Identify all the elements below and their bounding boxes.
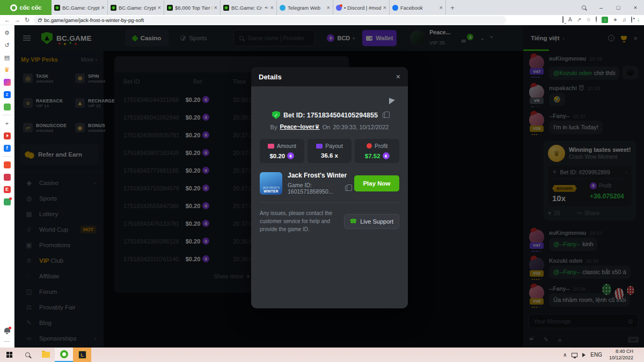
sidebar-menu-item[interactable]: ▣ Promotions — [14, 237, 104, 253]
copy-icon[interactable] — [345, 186, 349, 191]
chat-rules-info-icon[interactable] — [608, 35, 614, 41]
vip-perk-card[interactable]: ◉ BONUSunlocked — [72, 116, 118, 139]
currency-selector[interactable]: BCD ▾ — [327, 34, 355, 42]
taskbar-search-icon[interactable] — [18, 348, 36, 362]
game-thumbnail[interactable]: JACK FROST'S WINTER — [260, 172, 282, 195]
chat-username[interactable]: ʀᴜKingmenʀᴜ — [549, 230, 586, 236]
gif-icon[interactable]: GIF — [628, 337, 639, 343]
extensions-icon[interactable]: ∗ — [613, 17, 617, 23]
share-forward-icon[interactable] — [389, 97, 398, 105]
like-heart-icon[interactable]: ♥ — [548, 210, 551, 216]
back-button[interactable]: ← — [4, 17, 10, 23]
green-app-icon[interactable] — [3, 197, 11, 206]
browser-tab[interactable]: Telegram Web × — [277, 0, 333, 15]
chat-message-input[interactable] — [533, 318, 627, 324]
vip-perk-card[interactable]: ▲ RECHARGEVIP 22 — [72, 92, 118, 114]
tray-expand-icon[interactable]: ∧ — [563, 352, 567, 358]
nav-casino[interactable]: Casino — [125, 29, 169, 47]
modal-close-icon[interactable]: × — [396, 72, 400, 81]
chat-username[interactable]: --Fany-- — [549, 285, 570, 292]
search-input[interactable] — [247, 35, 306, 41]
url-field[interactable]: bc.game/game/jack-frost-s-winter-by-pg-s… — [34, 16, 506, 24]
taskbar-league-icon[interactable]: L — [73, 348, 91, 362]
tab-close-icon[interactable]: × — [101, 4, 105, 11]
sidebar-menu-item[interactable]: ✎ Blog — [14, 315, 104, 330]
copy-icon[interactable] — [383, 113, 387, 118]
facebook-icon[interactable]: f — [3, 144, 11, 152]
sidebar-menu-item[interactable]: ∞ Sponsorships › — [14, 330, 104, 346]
bookmark-star-icon[interactable]: ☆ — [586, 17, 591, 23]
network-icon[interactable] — [572, 353, 577, 357]
play-now-button[interactable]: Play Now — [354, 175, 399, 191]
feed-icon[interactable]: ▤ — [3, 53, 11, 62]
taskbar-coccoc-icon[interactable] — [55, 348, 73, 362]
mention[interactable]: @--Fany-- — [553, 241, 580, 247]
contest-trophy-icon[interactable] — [621, 36, 627, 40]
volume-icon[interactable] — [582, 353, 586, 357]
chevron-right-icon[interactable]: › — [562, 35, 564, 41]
browser-tab[interactable]: BC.Game: Crypto Casino × — [52, 0, 108, 15]
vip-perk-card[interactable]: ▱ BONUSCODEunlocked — [20, 116, 70, 139]
win-share-card[interactable]: ♛ Winning tastes sweet! Crash Wow Moment… — [544, 141, 636, 220]
coinflip-icon[interactable]: ¤ — [558, 337, 561, 343]
tab-close-icon[interactable]: × — [270, 4, 274, 11]
youtube-icon[interactable] — [3, 131, 11, 140]
rain-icon[interactable]: ☔ — [529, 336, 534, 343]
sidebar-menu-item[interactable]: ◫ Forum — [14, 284, 104, 299]
translate-icon[interactable]: A — [568, 17, 572, 23]
bet-username[interactable]: Peace~lover♛ — [280, 123, 319, 130]
refresh-button[interactable]: ↻ — [25, 17, 30, 23]
add-shortcut-icon[interactable]: + — [3, 119, 11, 128]
refer-and-earn[interactable]: Refer and Earn — [20, 144, 98, 165]
share-label[interactable]: Share — [584, 210, 599, 216]
win-card-bet-row[interactable]: ✈ Bet ID: #209952899 › — [552, 169, 627, 179]
tab-close-icon[interactable]: × — [440, 4, 443, 11]
chat-close-icon[interactable]: × — [633, 35, 638, 42]
file-explorer-icon[interactable] — [36, 348, 55, 362]
vip-perk-card[interactable]: ☸ SPINunlocked — [72, 67, 118, 90]
games-icon[interactable] — [3, 102, 11, 111]
app-shortcut-icon[interactable] — [3, 173, 11, 181]
bcgame-logo[interactable]: BC.GAME — [41, 32, 92, 45]
more-icon[interactable]: ⋯ — [3, 337, 11, 345]
media-icon[interactable]: ♫ — [623, 17, 627, 23]
user-avatar[interactable] — [409, 30, 426, 46]
sidebar-menu-item[interactable]: ♕ World Cup HOT — [14, 221, 104, 237]
e-app-icon[interactable]: E — [3, 185, 11, 194]
settings-gear-icon[interactable]: ⚙ — [3, 28, 11, 37]
downloads-icon[interactable]: ↓ — [637, 17, 640, 23]
rules-pencil-icon[interactable]: ✎ — [544, 336, 548, 343]
sidebar-menu-item[interactable]: ▦ Lottery — [14, 206, 104, 221]
notifications-bell-icon[interactable] — [3, 326, 11, 334]
bets-tab[interactable] — [125, 56, 176, 72]
shopee-icon[interactable] — [3, 160, 11, 169]
share-arrow-icon[interactable]: ↪ — [577, 210, 582, 216]
maximize-button[interactable]: □ — [610, 0, 627, 15]
bets-tab[interactable] — [176, 56, 227, 72]
wallet-button[interactable]: Wallet — [362, 30, 397, 46]
tab-search-icon[interactable] — [575, 0, 592, 15]
privacy-shield-icon[interactable] — [596, 17, 597, 23]
chat-username[interactable]: ʀᴜKingmenʀᴜ — [549, 55, 586, 62]
lock-icon[interactable] — [38, 19, 41, 22]
messenger-icon[interactable] — [3, 78, 11, 86]
chat-username[interactable]: --Fany-- — [549, 113, 570, 119]
emoji-smile-icon[interactable]: ☺ — [627, 317, 634, 325]
new-tab-button[interactable]: + — [446, 0, 459, 15]
close-window-button[interactable]: × — [627, 0, 644, 15]
language-indicator[interactable]: ENG — [590, 352, 602, 358]
browser-brand[interactable]: cốc cốc — [0, 0, 52, 15]
clock[interactable]: 8:40 CH 10/12/2022 — [607, 349, 633, 361]
tab-close-icon[interactable]: × — [383, 4, 386, 11]
tab-close-icon[interactable]: × — [327, 4, 330, 11]
chat-username[interactable]: nupakachi 😈 — [549, 85, 584, 91]
sidebar-menu-item[interactable]: ◆ Casino › — [14, 175, 104, 190]
sidebar-menu-item[interactable]: ⚖ Provably Fair — [14, 299, 104, 315]
user-info[interactable]: Peace... VIP 35 — [429, 29, 450, 47]
browser-tab[interactable]: Facebook × — [390, 0, 446, 15]
tab-audio-icon[interactable]: ◄) — [264, 6, 268, 9]
browser-tab[interactable]: BC.Game: Crypto Casino × — [108, 0, 164, 15]
profile-icon[interactable] — [631, 17, 632, 23]
browser-tab[interactable]: BC.Game: Crypto Cas ◄) × — [221, 0, 277, 15]
vip-perk-card[interactable]: ¤ RAKEBACKVIP 14 — [20, 92, 70, 114]
